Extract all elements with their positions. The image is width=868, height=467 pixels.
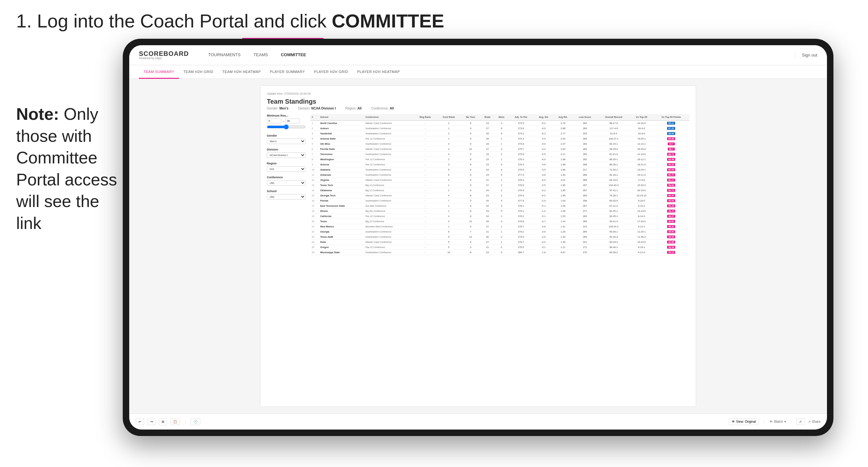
- min-rounds-slider[interactable]: [267, 124, 306, 129]
- col-low-score: Low Score: [573, 114, 597, 121]
- table-body: 1North CarolinaAtlantic Coast Conference…: [310, 121, 689, 255]
- logo-bottom: Powered by clippi: [139, 57, 189, 60]
- gender-label: Gender:: [267, 106, 278, 110]
- col-wins: Wins: [495, 114, 508, 121]
- col-school: School: [319, 114, 364, 121]
- watch-icon: 👁: [770, 420, 773, 424]
- sign-out-link[interactable]: Sign out: [795, 53, 817, 58]
- conference-label: Conference:: [371, 106, 389, 110]
- table-row: 21New MexicoMountain West Conference-192…: [310, 224, 689, 229]
- sub-nav: TEAM SUMMARY TEAM H2H GRID TEAM H2H HEAT…: [129, 65, 827, 79]
- toolbar-sep2: |: [764, 420, 765, 424]
- copy-btn[interactable]: ⧉: [159, 418, 167, 425]
- instruction-text: Log into the Coach Portal and click: [37, 10, 332, 31]
- committee-bold: COMMITTEE: [332, 10, 444, 31]
- bottom-toolbar: ↩ ↪ ⧉ 📋 | 🕐 👁 View: Original | 👁 Watch ▾…: [129, 413, 827, 430]
- note-body: Only those with Committee Portal access …: [16, 105, 117, 232]
- sub-nav-team-summary[interactable]: TEAM SUMMARY: [139, 65, 179, 79]
- table-row: 20TexasBig 12 Conference-310280278.8-0.7…: [310, 219, 689, 224]
- filter-row: Gender: Men's Division: NCAA Division I …: [267, 106, 689, 110]
- table-row: 17East Tennessee StateSun Belt Conferenc…: [310, 204, 689, 209]
- redo-btn[interactable]: ↪: [147, 418, 156, 425]
- note-section: Note: Only those with Committee Portal a…: [16, 103, 123, 235]
- min-rounds-to[interactable]: [285, 119, 300, 123]
- conference-filter-label: Conference: [267, 176, 306, 179]
- col-overall: Overall Record: [597, 114, 630, 121]
- col-vs-top50: Vs Top 50 Points: [653, 114, 689, 121]
- table-row: 4Arizona StatePac-12 Conference-19261274…: [310, 136, 689, 142]
- conference-filter: Conference (All): [267, 176, 306, 186]
- min-rounds-from[interactable]: [267, 119, 281, 123]
- gender-filter-display: Gender: Men's: [267, 106, 288, 110]
- paste-btn[interactable]: 📋: [170, 418, 180, 425]
- table-row: 12VirginiaAtlantic Coast Conference-3621…: [310, 178, 689, 183]
- division-filter: Division NCAA Division I: [267, 148, 306, 158]
- region-value: All: [357, 106, 362, 110]
- division-select[interactable]: NCAA Division I: [267, 152, 306, 158]
- col-reg-rank: Reg Rank: [414, 114, 437, 121]
- expand-btn[interactable]: ⤢: [796, 418, 805, 425]
- conference-filter-display: Conference: All: [371, 106, 394, 110]
- min-rounds-inputs: –: [267, 119, 306, 123]
- table-row: 24DukeAtlantic Coast Conference-59271278…: [310, 240, 689, 245]
- standings-table: # School Conference Reg Rank Conf Rank N…: [310, 114, 689, 255]
- table-row: 14OklahomaBig 12 Conference-28242276.9-6…: [310, 188, 689, 193]
- gender-select[interactable]: Men's: [267, 138, 306, 144]
- note-label: Note:: [16, 105, 59, 123]
- col-adj-par: Adj. To Par: [508, 114, 534, 121]
- clock-btn[interactable]: 🕐: [191, 418, 200, 425]
- school-filter: School (All): [267, 190, 306, 199]
- tablet-screen: SCOREBOARD Powered by clippi TOURNAMENTS…: [129, 45, 827, 430]
- view-original-btn[interactable]: 👁 View: Original: [729, 418, 759, 425]
- sidebar-filters: Minimum Rou... – Gender Men's: [267, 114, 306, 255]
- col-rank: #: [310, 114, 319, 121]
- share-icon: ↗: [808, 420, 810, 424]
- conference-select[interactable]: (All): [267, 180, 306, 186]
- col-avg-rd: Avg Rd.: [553, 114, 573, 121]
- region-filter-label: Region: [267, 162, 306, 165]
- main-content: Update time: 27/03/2024 16:56:26 Team St…: [129, 79, 827, 413]
- table-row: 10AlabamaSoutheastern Conference-5623327…: [310, 167, 689, 173]
- table-row: 18IllinoisBig Ten Conference-18235279.1-…: [310, 209, 689, 214]
- gender-value: Men's: [279, 106, 288, 110]
- standings-container: Update time: 27/03/2024 16:56:26 Team St…: [260, 85, 696, 407]
- undo-btn[interactable]: ↩: [136, 418, 144, 425]
- table-row: 2AuburnSoutheastern Conference-19276273.…: [310, 126, 689, 131]
- nav-teams[interactable]: TEAMS: [247, 45, 275, 65]
- range-separator: –: [283, 120, 284, 122]
- step-number: 1.: [16, 10, 32, 31]
- update-label: Update time:: [267, 92, 283, 95]
- sub-nav-team-h2h-heatmap[interactable]: TEAM H2H HEATMAP: [218, 65, 265, 79]
- region-select[interactable]: N/A: [267, 166, 306, 172]
- division-filter-label: Division: [267, 148, 306, 151]
- gender-filter: Gender Men's: [267, 134, 306, 144]
- watch-btn[interactable]: 👁 Watch ▾: [770, 420, 786, 424]
- table-row: 23Texas A&MSoutheastern Conference-91030…: [310, 235, 689, 240]
- sub-nav-player-summary[interactable]: PLAYER SUMMARY: [265, 65, 309, 79]
- table-row: 19CaliforniaPac-12 Conference-48242278.2…: [310, 214, 689, 219]
- division-filter-display: Division: NCAA Division I: [298, 106, 336, 110]
- table-header-row: # School Conference Reg Rank Conf Rank N…: [310, 114, 689, 121]
- col-vs-top25: Vs Top 25: [630, 114, 653, 121]
- nav-tournaments[interactable]: TOURNAMENTS: [202, 45, 247, 65]
- min-rounds-filter: Minimum Rou... –: [267, 114, 306, 130]
- sub-nav-player-h2h-grid[interactable]: PLAYER H2H GRID: [309, 65, 353, 79]
- sub-nav-player-h2h-heatmap[interactable]: PLAYER H2H HEATMAP: [353, 65, 404, 79]
- toolbar-sep3: |: [791, 420, 792, 424]
- region-label: Region:: [345, 106, 356, 110]
- col-no-tour: No Tour: [461, 114, 480, 121]
- instruction-area: 1. Log into the Coach Portal and click C…: [16, 10, 852, 32]
- table-row: 25OregonPac-12 Conference-59210278.5-3.1…: [310, 245, 689, 250]
- region-filter: Region N/A: [267, 162, 306, 172]
- school-select[interactable]: (All): [267, 194, 306, 199]
- share-label: Share: [812, 420, 820, 424]
- table-row: 16FloridaSoutheastern Conference-7924427…: [310, 198, 689, 204]
- table-row: 1North CarolinaAtlantic Coast Conference…: [310, 121, 689, 126]
- col-conference: Conference: [364, 114, 414, 121]
- update-time-value: 27/03/2024 16:56:26: [284, 92, 311, 95]
- tablet-frame: SCOREBOARD Powered by clippi TOURNAMENTS…: [123, 39, 833, 436]
- share-btn[interactable]: ↗ Share: [808, 420, 820, 424]
- sign-out-text: Sign out: [802, 53, 817, 58]
- sub-nav-team-h2h-grid[interactable]: TEAM H2H GRID: [179, 65, 218, 79]
- nav-committee[interactable]: COMMITTEE: [274, 45, 312, 65]
